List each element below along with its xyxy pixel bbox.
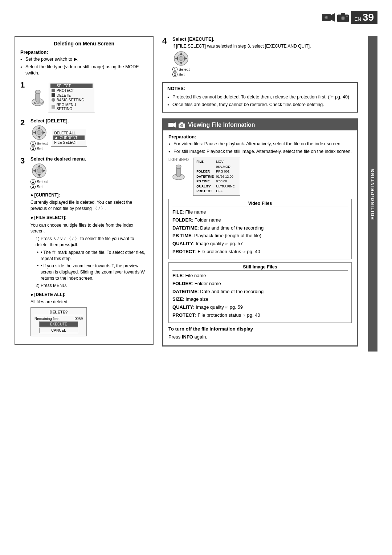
menu-item-delete: DELETE bbox=[50, 93, 93, 98]
prep-bullet-1: Set the power switch to ▶. bbox=[20, 56, 148, 63]
step4-dial-icon bbox=[173, 51, 189, 66]
file-select-step-1a: • The 🗑 mark appears on the file. To sel… bbox=[36, 250, 148, 262]
fi-val-pbtime: 0:00:00 bbox=[216, 179, 227, 184]
file-select-step-2: 2) Press MENU. bbox=[36, 283, 148, 289]
side-tab: EDITING/PRINTING bbox=[368, 36, 377, 352]
prep-bullet-2: Select the file type (video or still ima… bbox=[20, 64, 148, 77]
sif-folder: FOLDER: Folder name bbox=[172, 280, 348, 287]
delete-all-text: All files are deleted. bbox=[30, 299, 148, 305]
step-4-set-label: 2 Set bbox=[172, 72, 190, 77]
svg-point-26 bbox=[37, 169, 41, 173]
deleting-section-title: Deleting on Menu Screen bbox=[20, 41, 148, 46]
svg-rect-8 bbox=[346, 16, 348, 17]
menu-item-protect: PROTECT bbox=[50, 88, 93, 93]
step-4-text: If [FILE SELECT] was selected in step 3,… bbox=[172, 43, 358, 49]
prep-label-left: Preparation: bbox=[20, 49, 148, 55]
svg-point-19 bbox=[37, 130, 41, 135]
dialog-remaining-row: Remaining files: 0059 bbox=[34, 317, 83, 321]
step-3-set-label: 2 Set bbox=[30, 184, 48, 189]
right-col-content: 4 Select [EXECUTE]. If [FILE SELECT] was… bbox=[162, 36, 368, 352]
delete-dialog: DELETE? Remaining files: 0059 EXECUTE CA… bbox=[30, 307, 87, 336]
step-3-diagram: 1 Select 2 Set bbox=[30, 163, 148, 189]
vfi-camera-icon bbox=[179, 122, 185, 128]
notes-bullet-1: Protected files cannot be deleted. To de… bbox=[167, 94, 353, 101]
vfi-prep-bullets: For video files: Pause the playback. Alt… bbox=[168, 141, 352, 155]
menu-dial-icon: MENU bbox=[30, 88, 45, 106]
fi-row-datetime: DATE/TIME 01/26 12:00 bbox=[196, 174, 237, 179]
video-camera-icon bbox=[322, 12, 335, 23]
menu-item-reg: REG MENU SETTING bbox=[50, 102, 93, 111]
step-3-select-set: 1 Select 2 Set bbox=[30, 179, 48, 189]
fi-row-folder: FOLDER PRG 001 bbox=[196, 169, 237, 174]
delete-all-section: ● [DELETE ALL]: All files are deleted. bbox=[30, 292, 148, 305]
dialog-cancel-btn[interactable]: CANCEL bbox=[39, 328, 78, 333]
svg-rect-5 bbox=[341, 13, 345, 15]
step-3-number: 3 bbox=[20, 156, 28, 166]
fi-val-file: MOV 06A.MOD bbox=[216, 159, 237, 169]
step-4-row: 4 Select [EXECUTE]. If [FILE SELECT] was… bbox=[162, 36, 358, 78]
vf-file: FILE: File name bbox=[172, 209, 348, 216]
sif-quality: QUALITY: Image quality ☞ pg. 59 bbox=[172, 304, 348, 311]
select-icon bbox=[52, 84, 55, 88]
sif-protect: PROTECT: File protection status ☞ pg. 40 bbox=[172, 312, 348, 319]
page-number-badge: EN 39 bbox=[351, 11, 377, 24]
vf-pbtime: PB TIME: Playback time (length of the fi… bbox=[172, 232, 348, 239]
step-1-content: MENU SELECT PROTECT bbox=[30, 80, 148, 114]
fi-row-file: FILE MOV 06A.MOD bbox=[196, 159, 237, 169]
main-content: Deleting on Menu Screen Preparation: Set… bbox=[15, 36, 377, 352]
svg-point-11 bbox=[35, 90, 40, 94]
vfi-body: Preparation: For video files: Pause the … bbox=[163, 130, 357, 345]
step-2-label: Select [DELETE]. bbox=[30, 118, 148, 123]
step-4-select-label: 1 Select bbox=[172, 67, 190, 72]
turn-off-section: To turn off the file information display… bbox=[168, 326, 352, 341]
current-text: Currently displayed file is deleted. You… bbox=[30, 199, 148, 212]
step-2-content: Select [DELETE]. bbox=[30, 118, 148, 153]
step-4-label: Select [EXECUTE]. bbox=[172, 36, 358, 42]
top-right-area: EN 39 bbox=[322, 11, 377, 24]
prep-bullets-left: Set the power switch to ▶. Select the fi… bbox=[20, 56, 148, 77]
step-1-row: 1 MENU bbox=[20, 80, 148, 114]
file-select-step-1: 1) Press ∧ / ∨ / 〈 / 〉 to select the fil… bbox=[36, 236, 148, 248]
delete-all-title: ● [DELETE ALL]: bbox=[30, 292, 148, 298]
dialog-remaining-label: Remaining files: bbox=[34, 317, 60, 321]
vfi-prep-label: Preparation: bbox=[168, 134, 352, 139]
fi-val-folder: PRG 001 bbox=[216, 169, 229, 174]
step-4-diagram: 1 Select 2 Set bbox=[172, 51, 358, 77]
svg-text:MENU: MENU bbox=[34, 101, 43, 105]
step-2-row: 2 Select [DELETE]. bbox=[20, 118, 148, 153]
still-image-files-section: Still Image Files FILE: File name FOLDER… bbox=[168, 262, 352, 323]
turn-off-text: Press INFO again. bbox=[168, 334, 352, 341]
deleting-section-box: Deleting on Menu Screen Preparation: Set… bbox=[15, 36, 154, 345]
step3-dial-icon bbox=[32, 163, 47, 178]
step-4-number: 4 bbox=[162, 36, 170, 46]
vfi-prep-bullet-1: For video files: Pause the playback. Alt… bbox=[168, 141, 352, 147]
step-3-select-label: 1 Select bbox=[30, 179, 48, 184]
light-info-icon bbox=[171, 162, 187, 181]
vfi-title: Viewing File Information bbox=[188, 122, 255, 128]
current-item: ◀ CURRENT bbox=[53, 135, 85, 140]
file-select-section: ● [FILE SELECT]: You can choose multiple… bbox=[30, 215, 148, 289]
step2-dial-icon bbox=[32, 125, 47, 140]
viewing-file-info-section: Viewing File Information Preparation: Fo… bbox=[162, 118, 358, 346]
light-info-row: LIGHT/INFO F bbox=[168, 158, 352, 196]
step-4-select-set: 1 Select 2 Set bbox=[172, 67, 190, 77]
page-number: 39 bbox=[363, 12, 374, 23]
fi-val-datetime: 01/26 12:00 bbox=[216, 174, 233, 179]
fi-row-pbtime: PB TIME 0:00:00 bbox=[196, 179, 237, 184]
sif-datetime: DATE/TIME: Date and time of the recordin… bbox=[172, 288, 348, 295]
dialog-execute-btn[interactable]: EXECUTE bbox=[39, 321, 78, 327]
light-info-label: LIGHT/INFO bbox=[168, 158, 189, 162]
step-3-content: Select the desired menu. bbox=[30, 156, 148, 337]
vfi-title-bar: Viewing File Information bbox=[163, 119, 357, 130]
sif-size: SIZE: Image size bbox=[172, 296, 348, 303]
step-3-row: 3 Select the desired menu. bbox=[20, 156, 148, 337]
delete-all-item: DELETE ALL bbox=[53, 131, 85, 135]
file-select-title: ● [FILE SELECT]: bbox=[30, 215, 148, 221]
file-select-step-1b: • If you slide the zoom lever towards T,… bbox=[36, 263, 148, 282]
notes-bullets: Protected files cannot be deleted. To de… bbox=[167, 94, 353, 108]
right-column-wrapper: 4 Select [EXECUTE]. If [FILE SELECT] was… bbox=[162, 36, 377, 352]
current-title: ● [CURRENT]: bbox=[30, 192, 148, 198]
step-2-set-label: 2 Set bbox=[30, 146, 48, 151]
notes-bullet-2: Once files are deleted, they cannot be r… bbox=[167, 102, 353, 108]
menu-item-basic: BASIC SETTING bbox=[50, 98, 93, 102]
